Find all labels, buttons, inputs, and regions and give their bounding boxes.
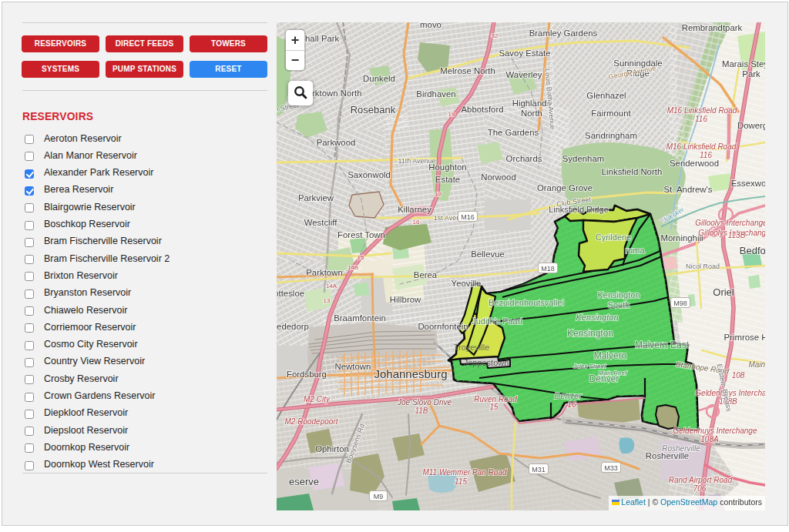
svg-text:Fordsburg: Fordsburg [287,370,327,379]
svg-text:Rosherville: Rosherville [662,444,700,453]
svg-text:Hillbrow: Hillbrow [390,295,421,304]
svg-text:Kensington: Kensington [576,313,618,322]
svg-text:M2 Roodepoort: M2 Roodepoort [285,417,339,426]
svg-text:113B: 113B [728,231,746,239]
svg-text:16: 16 [413,219,420,226]
svg-text:Kensington: Kensington [567,328,613,339]
svg-text:M11 Wemmer Pan Road: M11 Wemmer Pan Road [422,468,507,477]
svg-text:108A: 108A [700,435,719,443]
svg-text:14B: 14B [347,264,358,271]
svg-text:Cottesloe: Cottesloe [277,289,304,298]
svg-text:eserve: eserve [289,476,319,487]
svg-text:Troyeville: Troyeville [454,343,490,352]
svg-text:Waverley: Waverley [505,70,542,79]
svg-text:hall Park: hall Park [305,34,340,43]
svg-text:ededorp: ededorp [277,322,309,331]
svg-text:Doornfontein: Doornfontein [418,322,468,331]
svg-text:Abbotsford: Abbotsford [461,105,503,114]
svg-text:M18: M18 [541,265,555,273]
svg-text:Birdhaven: Birdhaven [416,89,455,99]
svg-text:M16 Linksfield Road: M16 Linksfield Road [666,142,737,151]
svg-text:Jeppestown: Jeppestown [464,358,509,367]
svg-text:15: 15 [358,254,364,261]
svg-text:Fairmount: Fairmount [591,109,631,118]
svg-text:Rosebank: Rosebank [351,104,396,115]
svg-text:Kensington: Kensington [597,290,640,299]
svg-text:Senderwood: Senderwood [670,159,719,168]
svg-text:Ophirton: Ophirton [315,444,349,453]
svg-text:15: 15 [489,403,499,411]
svg-text:Cyrildene: Cyrildene [596,233,631,242]
svg-text:Sydenham: Sydenham [562,154,604,163]
svg-text:M16 Linksfield Road: M16 Linksfield Road [667,106,737,115]
svg-text:Oriel: Oriel [713,286,734,298]
svg-text:Gilloolys Interchange: Gilloolys Interchange [695,219,765,227]
svg-text:17: 17 [435,191,442,198]
svg-text:Nicol Road: Nicol Road [686,263,720,270]
svg-text:Parktown: Parktown [306,268,342,277]
svg-text:South: South [608,300,630,309]
svg-text:Park: Park [742,69,760,79]
svg-text:Bellevue: Bellevue [471,249,505,259]
svg-text:Johannesburg: Johannesburg [374,367,447,380]
svg-text:Primrose H: Primrose H [724,333,765,342]
svg-text:Saxonwold: Saxonwold [347,170,391,179]
svg-text:Malvern East: Malvern East [635,340,690,350]
svg-text:M31: M31 [532,466,546,473]
svg-text:Forest Town: Forest Town [337,230,385,239]
svg-text:Malvern: Malvern [594,350,627,361]
svg-text:Orchards: Orchards [506,154,542,163]
svg-text:M33: M33 [604,464,618,472]
svg-text:Joe Slovo Drive: Joe Slovo Drive [397,398,452,407]
svg-text:Dunkeld: Dunkeld [363,74,395,83]
svg-text:Linksfield North: Linksfield North [602,167,663,176]
svg-text:Highlands: Highlands [512,99,552,108]
svg-text:14A: 14A [326,283,337,289]
svg-text:Judith's Paarl: Judith's Paarl [472,316,522,326]
svg-text:Morninghill: Morninghill [660,233,703,243]
svg-text:706: 706 [693,484,707,493]
svg-text:Marais Stey: Marais Stey [722,59,765,69]
svg-text:Melrose North: Melrose North [440,66,495,75]
svg-text:Berea: Berea [414,270,438,279]
svg-text:Main Reef: Main Reef [599,370,627,376]
svg-text:M9: M9 [374,493,384,500]
svg-text:M98: M98 [673,299,687,307]
svg-text:The Gardens: The Gardens [488,128,539,137]
svg-text:11th Avenue: 11th Avenue [398,157,435,165]
svg-text:11B: 11B [415,407,428,415]
svg-text:Parkwood: Parkwood [317,138,356,147]
svg-text:116: 116 [695,115,707,123]
svg-text:108: 108 [732,371,745,380]
svg-text:Killarney: Killarney [398,205,431,214]
svg-text:19: 19 [448,111,455,118]
svg-text:Main Re: Main Re [748,360,765,369]
svg-text:Newtown: Newtown [335,362,371,371]
svg-text:Essexwold: Essexwold [731,179,765,188]
svg-text:North: North [521,109,542,118]
svg-text:Yeoville: Yeoville [452,279,482,288]
svg-text:Rand Airport Road: Rand Airport Road [669,476,733,484]
svg-text:Denver: Denver [554,391,583,400]
svg-text:Orange Grove: Orange Grove [537,183,593,192]
svg-text:Parkview: Parkview [298,193,334,202]
svg-text:rktown North: rktown North [312,89,362,98]
svg-text:M16: M16 [461,213,475,221]
svg-text:Estate: Estate [435,175,460,184]
svg-text:116: 116 [700,151,712,159]
svg-text:Braamfontein: Braamfontein [334,313,386,323]
svg-text:Westcliff: Westcliff [304,218,337,227]
svg-text:St. Andrew's: St. Andrew's [664,185,713,194]
svg-text:Bezuidenhoutsvallei: Bezuidenhoutsvallei [489,298,564,307]
svg-text:13: 13 [324,297,331,304]
svg-text:movo: movo [420,22,442,29]
svg-text:Jules Street: Jules Street [572,363,606,370]
svg-text:Bedfor: Bedfor [740,245,765,256]
svg-text:Dowergle: Dowergle [737,121,765,130]
svg-text:Glenhazel: Glenhazel [586,91,626,100]
svg-text:Norwood: Norwood [481,172,516,182]
svg-text:Rembrandtpark: Rembrandtpark [682,23,743,32]
svg-text:Geldenhuys Interchange: Geldenhuys Interchange [673,427,757,435]
svg-text:32: 32 [492,32,499,39]
svg-text:ruma: ruma [625,246,645,255]
